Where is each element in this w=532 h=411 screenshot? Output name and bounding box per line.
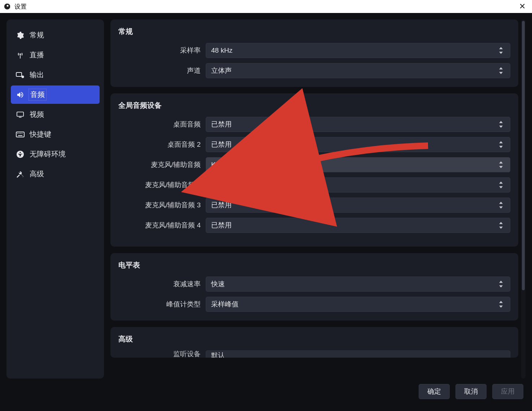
sidebar-item-hotkeys[interactable]: 快捷键 xyxy=(11,125,100,143)
speaker-icon xyxy=(16,91,25,99)
chevrons-up-down-icon xyxy=(498,182,509,189)
select-mic-aux-2[interactable]: 麦克风 (NVIDIA RTX Voice) xyxy=(206,177,510,193)
panel-title: 常规 xyxy=(118,27,510,36)
obs-logo-icon xyxy=(4,3,11,10)
sidebar-item-label: 视频 xyxy=(30,110,44,119)
cancel-button[interactable]: 取消 xyxy=(455,384,487,399)
monitor-icon xyxy=(16,111,25,118)
chevrons-up-down-icon xyxy=(498,162,509,168)
select-desktop-audio-2[interactable]: 已禁用 xyxy=(206,137,510,152)
select-value: 快速 xyxy=(211,279,225,289)
label-mic-aux: 麦克风/辅助音频 xyxy=(118,160,201,169)
label-desktop-audio: 桌面音频 xyxy=(118,120,201,129)
content-area: 常规 采样率 48 kHz 声道 xyxy=(110,19,526,379)
sidebar-item-label: 直播 xyxy=(30,50,44,60)
apply-button[interactable]: 应用 xyxy=(492,384,523,399)
sidebar-item-label: 无障碍环境 xyxy=(30,149,66,159)
sidebar-item-general[interactable]: 常规 xyxy=(11,26,100,44)
panel-general: 常规 采样率 48 kHz 声道 xyxy=(110,19,518,87)
panel-title: 电平表 xyxy=(118,260,510,270)
select-value: 立体声 xyxy=(211,66,232,75)
svg-rect-6 xyxy=(17,133,18,134)
label-mic-aux-2: 麦克风/辅助音频 2 xyxy=(118,180,201,190)
label-mic-aux-4: 麦克风/辅助音频 4 xyxy=(118,221,201,230)
sidebar-item-label: 常规 xyxy=(30,30,44,40)
sidebar-item-label: 高级 xyxy=(30,169,44,179)
select-mic-aux-3[interactable]: 已禁用 xyxy=(206,198,510,213)
svg-point-2 xyxy=(22,75,24,78)
dialog-footer: 确定 取消 应用 xyxy=(6,379,526,405)
sidebar-item-advanced[interactable]: 高级 xyxy=(11,165,100,183)
label-monitoring-device: 监听设备 xyxy=(118,350,201,357)
select-value: 已禁用 xyxy=(211,221,232,230)
select-monitoring-device[interactable]: 默认 xyxy=(206,350,510,358)
sidebar: 常规 直播 输出 音频 xyxy=(6,19,104,379)
titlebar: 设置 ✕ xyxy=(0,0,532,13)
panel-advanced: 高级 监听设备 默认 xyxy=(110,327,518,358)
label-desktop-audio-2: 桌面音频 2 xyxy=(118,140,201,149)
select-desktop-audio[interactable]: 已禁用 xyxy=(206,117,510,132)
label-channels: 声道 xyxy=(118,66,201,75)
label-mic-aux-3: 麦克风/辅助音频 3 xyxy=(118,200,201,210)
select-sample-rate[interactable]: 48 kHz xyxy=(206,43,510,58)
svg-rect-9 xyxy=(22,133,22,134)
select-channels[interactable]: 立体声 xyxy=(206,63,510,78)
vertical-scrollbar[interactable] xyxy=(521,19,526,379)
svg-rect-10 xyxy=(18,135,22,136)
sidebar-item-video[interactable]: 视频 xyxy=(11,105,100,124)
close-icon[interactable]: ✕ xyxy=(516,2,528,11)
sidebar-item-audio[interactable]: 音频 xyxy=(11,85,100,104)
select-mic-aux-4[interactable]: 已禁用 xyxy=(206,218,510,233)
select-mic-aux[interactable]: Krisp Microphone (Krisp Audio) xyxy=(206,157,510,172)
window-title: 设置 xyxy=(14,3,27,11)
chevrons-up-down-icon xyxy=(498,222,509,229)
svg-rect-4 xyxy=(19,117,21,118)
select-value: Krisp Microphone (Krisp Audio) xyxy=(211,161,306,169)
svg-rect-8 xyxy=(20,133,21,134)
panel-global-audio-devices: 全局音频设备 桌面音频 已禁用 桌面音频 2 已禁用 xyxy=(110,93,518,247)
sidebar-item-stream[interactable]: 直播 xyxy=(11,46,100,64)
chevrons-up-down-icon xyxy=(498,202,509,209)
chevrons-up-down-icon xyxy=(498,121,509,128)
select-value: 默认 xyxy=(211,351,225,358)
chevrons-up-down-icon xyxy=(498,67,509,74)
svg-point-12 xyxy=(19,152,21,153)
sidebar-item-output[interactable]: 输出 xyxy=(11,66,100,84)
svg-rect-3 xyxy=(17,112,23,116)
scrollbar-thumb[interactable] xyxy=(522,21,525,290)
panel-meters: 电平表 衰减速率 快速 峰值计类型 采样峰值 xyxy=(110,253,518,321)
label-decay-rate: 衰减速率 xyxy=(118,279,201,289)
sidebar-item-label: 音频 xyxy=(30,90,45,100)
svg-rect-1 xyxy=(16,72,22,76)
chevrons-up-down-icon xyxy=(498,301,509,308)
antenna-icon xyxy=(16,51,25,59)
panel-title: 全局音频设备 xyxy=(118,101,510,110)
chevrons-up-down-icon xyxy=(498,281,509,288)
svg-point-0 xyxy=(19,53,21,55)
select-peak-meter-type[interactable]: 采样峰值 xyxy=(206,297,510,312)
sidebar-item-label: 快捷键 xyxy=(30,129,51,139)
select-decay-rate[interactable]: 快速 xyxy=(206,277,510,292)
label-peak-meter-type: 峰值计类型 xyxy=(118,300,201,309)
select-value: 已禁用 xyxy=(211,120,232,129)
tools-icon xyxy=(16,170,25,178)
svg-rect-7 xyxy=(19,133,19,134)
select-value: 麦克风 (NVIDIA RTX Voice) xyxy=(211,180,295,190)
ok-button[interactable]: 确定 xyxy=(419,384,450,399)
gear-icon xyxy=(16,31,25,39)
select-value: 已禁用 xyxy=(211,200,232,210)
sidebar-item-label: 输出 xyxy=(30,70,44,80)
output-icon xyxy=(16,71,25,79)
chevrons-up-down-icon xyxy=(498,47,509,54)
select-value: 采样峰值 xyxy=(211,300,239,309)
keyboard-icon xyxy=(16,132,25,137)
select-value: 已禁用 xyxy=(211,140,232,149)
label-sample-rate: 采样率 xyxy=(118,46,201,55)
panel-title: 高级 xyxy=(118,334,510,344)
accessibility-icon xyxy=(16,150,25,158)
svg-rect-5 xyxy=(16,132,24,137)
sidebar-item-accessibility[interactable]: 无障碍环境 xyxy=(11,145,100,163)
chevrons-up-down-icon xyxy=(498,141,509,148)
select-value: 48 kHz xyxy=(211,47,232,54)
